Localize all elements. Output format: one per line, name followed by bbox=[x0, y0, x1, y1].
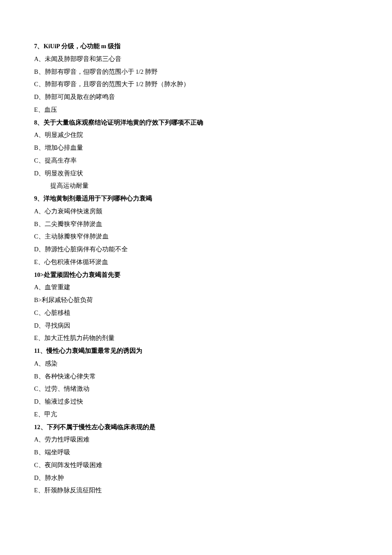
option-a: A、血管重建 bbox=[34, 283, 358, 292]
option-sub: 提高运动耐量 bbox=[50, 181, 358, 191]
question-title: 7、KiUiP 分级，心功能 m 级指 bbox=[34, 42, 358, 51]
option-d: D、肺水肿 bbox=[34, 474, 358, 483]
option-e: E、甲亢 bbox=[34, 410, 358, 419]
option-b: B、二尖瓣狭窄伴肺淤血 bbox=[34, 220, 358, 229]
option-b: B>利尿减轻心脏负荷 bbox=[34, 296, 358, 305]
option-d: D、肺部可闻及散在的哮鸣音 bbox=[34, 93, 358, 102]
option-b: B、肺部有啰音，但啰音的范围小于 1/2 肺野 bbox=[34, 67, 358, 77]
option-d: D、肺源性心脏病伴有心功能不全 bbox=[34, 245, 358, 254]
option-b: B、增加心排血量 bbox=[34, 143, 358, 153]
question-8: 8、关于大量临床观察结论证明洋地黄的疗效下列哪项不正确 A、明显减少住院 B、增… bbox=[34, 118, 358, 191]
option-a: A、心力衰竭伴快速房颤 bbox=[34, 207, 358, 216]
question-12: 12、下列不属于慢性左心衰竭临床表现的是 A、劳力性呼吸困难 B、端坐呼吸 C、… bbox=[34, 423, 358, 496]
option-c: C、过劳、情绪激动 bbox=[34, 384, 358, 394]
option-b: B、各种快速心律失常 bbox=[34, 372, 358, 381]
option-d: D、明显改善症状 bbox=[34, 169, 358, 178]
option-e: E、心包积液伴体循环淤血 bbox=[34, 258, 358, 267]
document-page: 7、KiUiP 分级，心功能 m 级指 A、未闻及肺部啰音和第三心音 B、肺部有… bbox=[0, 0, 392, 524]
option-a: A、明显减少住院 bbox=[34, 131, 358, 140]
option-e: E、肝颈静脉反流征阳性 bbox=[34, 486, 358, 495]
option-c: C、夜间阵发性呼吸困难 bbox=[34, 461, 358, 470]
option-b: B、端坐呼吸 bbox=[34, 448, 358, 457]
option-e: E、血压 bbox=[34, 105, 358, 115]
question-title: 10>处置顽固性心力衰竭首先要 bbox=[34, 270, 358, 280]
question-9: 9、洋地黄制剂最适用于下列哪种心力衰竭 A、心力衰竭伴快速房颤 B、二尖瓣狭窄伴… bbox=[34, 194, 358, 267]
option-c: C、心脏移植 bbox=[34, 308, 358, 318]
option-e: E、加大正性肌力药物的剂量 bbox=[34, 334, 358, 343]
option-d: D、寻找病因 bbox=[34, 321, 358, 331]
question-title: 12、下列不属于慢性左心衰竭临床表现的是 bbox=[34, 423, 358, 432]
question-title: 11、慢性心力衰竭加重最常见的诱因为 bbox=[34, 346, 358, 356]
question-11: 11、慢性心力衰竭加重最常见的诱因为 A、感染 B、各种快速心律失常 C、过劳、… bbox=[34, 346, 358, 419]
option-c: C、主动脉瓣狭窄伴肺淤血 bbox=[34, 232, 358, 241]
option-c: C、肺部有啰音，且啰音的范围大于 1/2 肺野（肺水肿） bbox=[34, 80, 358, 89]
question-7: 7、KiUiP 分级，心功能 m 级指 A、未闻及肺部啰音和第三心音 B、肺部有… bbox=[34, 42, 358, 115]
question-10: 10>处置顽固性心力衰竭首先要 A、血管重建 B>利尿减轻心脏负荷 C、心脏移植… bbox=[34, 270, 358, 343]
option-c: C、提高生存率 bbox=[34, 156, 358, 166]
option-a: A、感染 bbox=[34, 359, 358, 369]
option-a: A、未闻及肺部啰音和第三心音 bbox=[34, 55, 358, 64]
question-title: 9、洋地黄制剂最适用于下列哪种心力衰竭 bbox=[34, 194, 358, 203]
option-d: D、输液过多过快 bbox=[34, 397, 358, 407]
question-title: 8、关于大量临床观察结论证明洋地黄的疗效下列哪项不正确 bbox=[34, 118, 358, 128]
option-a: A、劳力性呼吸困难 bbox=[34, 435, 358, 445]
